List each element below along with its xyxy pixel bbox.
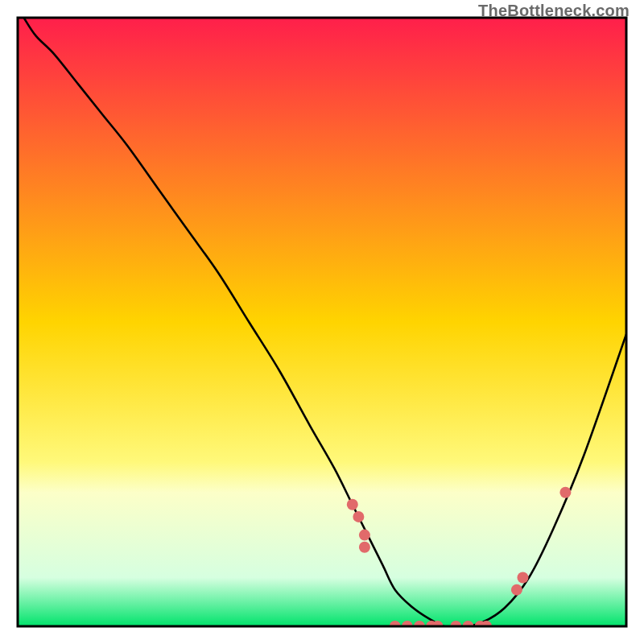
scatter-point [359, 530, 370, 541]
scatter-point [517, 572, 528, 584]
plot-background [18, 18, 626, 626]
scatter-point [353, 511, 364, 522]
scatter-point [511, 584, 522, 596]
scatter-point [347, 499, 358, 510]
chart-container: TheBottleneck.com [0, 0, 644, 644]
bottleneck-chart [0, 0, 644, 644]
watermark-text: TheBottleneck.com [478, 2, 630, 20]
scatter-point [559, 487, 571, 498]
scatter-point [359, 542, 370, 553]
